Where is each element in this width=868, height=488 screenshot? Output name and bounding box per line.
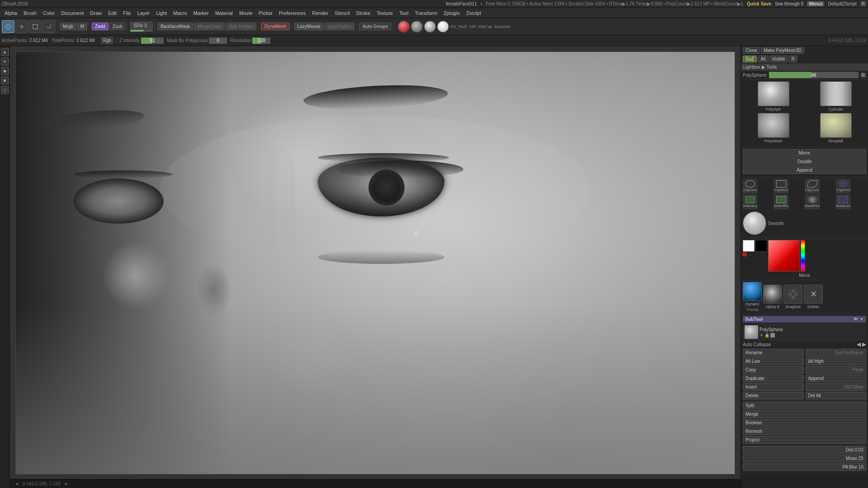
selectla-brush[interactable]: SelectLa [743, 195, 757, 209]
zsub-btn[interactable]: Zsub [109, 23, 126, 30]
menu-alpha[interactable]: Alpha [2, 9, 20, 17]
mrgb-btn[interactable]: Mrgb [60, 23, 76, 30]
left-tool-4[interactable]: ■ [1, 76, 9, 84]
menu-preferences[interactable]: Preferences [276, 9, 308, 17]
rotate-btn[interactable] [42, 20, 55, 33]
menu-marker[interactable]: Marker [191, 9, 212, 17]
oldother-btn[interactable]: Old Other [806, 383, 867, 391]
lb-polysphere[interactable]: PolySph [743, 81, 804, 112]
split-btn[interactable]: Split [743, 402, 866, 409]
subtool-eye-icon[interactable]: 👁 [854, 317, 858, 322]
dynamo-icon[interactable]: Dynami Transp [743, 282, 762, 312]
mean-slider[interactable]: Mean 25 [743, 455, 866, 462]
dynamesh-btn[interactable]: DynaMesh [261, 23, 290, 30]
subtool-polysphere-item[interactable]: PolySphere 👁 🔒 [743, 324, 866, 340]
paste-btn[interactable]: Paste [806, 366, 867, 374]
draw-btn[interactable] [2, 20, 14, 33]
dragn-icon[interactable]: DragNot [783, 285, 802, 309]
color-picker[interactable] [768, 240, 800, 272]
menu-layer[interactable]: Layer [135, 9, 153, 17]
menu-edit[interactable]: Edit [105, 9, 119, 17]
menu-zplugin[interactable]: Zplugin [441, 9, 462, 17]
menu-brush[interactable]: Brush [21, 9, 39, 17]
delete-list-btn[interactable]: Delete [743, 392, 804, 399]
sdiv-btn[interactable]: SDiv 3 [130, 22, 153, 29]
r-right-btn[interactable]: R [789, 56, 797, 62]
lightbox-header[interactable]: Lightbox ▶ Tools [741, 63, 868, 70]
zadd-btn[interactable]: Zadd [92, 23, 108, 30]
r-btn[interactable]: R [860, 1, 866, 6]
lazymouse-btn[interactable]: LazyMouse [294, 23, 324, 30]
pa-blur-slider[interactable]: PA Blur 10 [743, 463, 866, 471]
scale-btn[interactable] [29, 20, 42, 33]
cliprect-brush[interactable]: ClipRect [774, 179, 788, 193]
clipcircl-brush[interactable]: ClipCircl [743, 179, 757, 193]
subtool-vis-btn[interactable]: 👁 [760, 333, 764, 338]
copy-btn[interactable]: Copy [743, 366, 804, 374]
auto-collapse-up[interactable]: ▶ [862, 341, 866, 347]
left-tool-2[interactable]: ● [1, 57, 9, 66]
selectre-brush[interactable]: SelectRe [774, 195, 788, 209]
auto-collapse-down[interactable]: ◀ [857, 341, 861, 347]
canvas-area[interactable]: ◄ 0.443,0.189,-1.016 ► [10, 46, 741, 488]
seethrough-btn[interactable]: See-through 0 [775, 1, 803, 6]
menu-stroke[interactable]: Stroke [353, 9, 373, 17]
splithidden-btn[interactable]: Split Hidden [226, 23, 256, 30]
quicksave-btn[interactable]: Quick Save [747, 1, 771, 6]
subtool-lock-btn[interactable]: 🔒 [764, 333, 769, 338]
lb-cylinder[interactable]: Cylinder [805, 81, 866, 112]
menu-movie[interactable]: Movie [236, 9, 255, 17]
project-btn[interactable]: Project [743, 436, 866, 444]
menu-file[interactable]: File [120, 9, 134, 17]
mat-rs-redt[interactable] [398, 21, 410, 33]
alpha-6-icon[interactable]: Alpha 6' [763, 285, 782, 309]
lb-simple[interactable]: SimpleB [805, 113, 866, 143]
backfacemask-btn[interactable]: BackfaceMask [157, 23, 193, 30]
m-btn[interactable]: M [77, 23, 87, 30]
mat-z95[interactable] [411, 21, 423, 33]
menu-draw[interactable]: Draw [87, 9, 104, 17]
delall-btn[interactable]: Del All [806, 392, 867, 399]
mirror-btn[interactable]: Mirror [743, 149, 866, 157]
mask-slider[interactable]: 0 [209, 38, 227, 44]
goz-btn[interactable]: GoZ [743, 56, 757, 62]
z-intensity-slider[interactable]: 51 [141, 38, 164, 44]
menu-render[interactable]: Render [309, 9, 331, 17]
menu-color[interactable]: Color [40, 9, 57, 17]
clipcircl2-brush[interactable]: ClipCircl [836, 179, 850, 193]
menu-picker[interactable]: Picker [256, 9, 275, 17]
left-tool-3[interactable]: ◆ [1, 67, 9, 75]
maskpen-brush[interactable]: MaskPen [805, 195, 820, 209]
menu-texture[interactable]: Texture [374, 9, 396, 17]
smooth-brush-icon[interactable] [743, 211, 766, 235]
menu-material[interactable]: Material [212, 9, 236, 17]
subtoolname-field[interactable]: SubToolName [806, 349, 867, 357]
autogroups-btn[interactable]: Auto Groups [359, 23, 392, 30]
menu-tool[interactable]: Tool [396, 9, 411, 17]
menu-transform[interactable]: Transform [412, 9, 440, 17]
clipcurv-brush[interactable]: ClipCurv [805, 179, 820, 193]
mat-matcap[interactable] [424, 21, 436, 33]
alllow-btn[interactable]: All Low [743, 357, 804, 365]
masklas-brush[interactable]: MaskLas [836, 195, 850, 209]
menu-zscript[interactable]: Zscript [463, 9, 484, 17]
visible-btn[interactable]: Visible [769, 56, 788, 62]
lazyradius-btn[interactable]: LazyRadius [325, 23, 354, 30]
resolution-slider[interactable]: 128 [252, 38, 270, 44]
menu-light[interactable]: Light [153, 9, 170, 17]
lb-polyme[interactable]: PolyMesh [743, 113, 804, 143]
menus-btn[interactable]: Menus [807, 1, 824, 6]
left-tool-5[interactable]: ◇ [1, 86, 9, 94]
hue-strip[interactable] [801, 240, 805, 272]
mat-basicma[interactable] [437, 21, 449, 33]
boolean-btn[interactable]: Boolean [743, 419, 866, 427]
rename-btn[interactable]: Rename [743, 349, 804, 357]
clone-btn[interactable]: Clone [743, 47, 760, 54]
dist-slider[interactable]: Dist 0.02 [743, 446, 866, 454]
delete-tool-icon[interactable]: ✕ Delete [804, 285, 823, 309]
append-btn[interactable]: Append [743, 166, 866, 174]
polysphere-size-r[interactable]: R [860, 73, 866, 78]
double-btn[interactable]: Double [743, 158, 866, 165]
insert-btn[interactable]: Insert [743, 383, 804, 391]
remesh-btn[interactable]: Remesh [743, 427, 866, 435]
